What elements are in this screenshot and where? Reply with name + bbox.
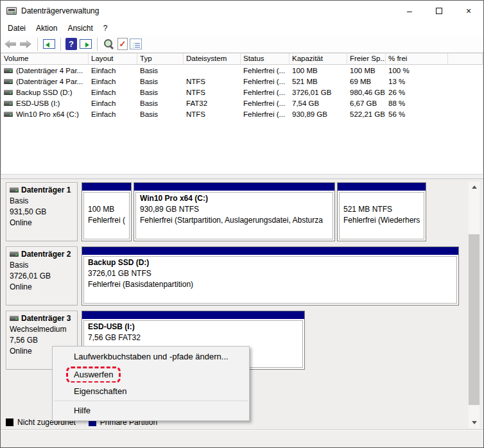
column-header[interactable]: Dateisystem [184,53,241,65]
action-pane-icon[interactable] [79,37,92,51]
context-menu-item-laufwerkbuchstaben-und-pfade-ndern[interactable]: Laufwerkbuchstaben und -pfade ändern... [53,348,249,365]
partition-title [343,194,420,205]
volume-name: Backup SSD (D:) [16,89,73,96]
partitions: Backup SSD (D:)3726,01 GB NTFSFehlerfrei… [82,246,459,306]
volume-cell: Einfach [89,76,137,87]
scroll-down-icon[interactable] [469,417,480,428]
partition-title: Backup SSD (D:) [88,258,453,269]
properties-list-icon[interactable] [130,39,142,49]
minimize-button[interactable]: – [395,1,424,21]
forward-icon[interactable] [19,37,33,51]
context-menu-item-hilfe[interactable]: Hilfe [53,402,249,419]
menubar-item[interactable]: Datei [3,22,31,35]
column-header[interactable]: Typ [137,53,184,65]
volume-cell: 930,89 GB [290,108,347,119]
context-menu-item-eigenschaften[interactable]: Eigenschaften [53,383,249,400]
column-header[interactable]: % frei [386,53,448,65]
disk-1-label[interactable]: Datenträger 1Basis931,50 GBOnline [6,182,78,241]
volume-name: (Datenträger 4 Par... [16,78,83,85]
partition-body: Win10 Pro x64 (C:)930,89 GB NTFSFehlerfr… [135,192,333,239]
partition-color-bar [82,247,458,255]
volume-cell: 980,46 GB [347,87,386,98]
volume-row[interactable]: ESD-USB (I:)EinfachBasisFAT32Fehlerfrei … [1,98,483,108]
maximize-icon [436,8,442,14]
volume-cell: 100 MB [290,65,347,76]
column-header[interactable]: Volume [1,53,89,65]
partition-body: 521 MB NTFSFehlerfrei (Wiederherst [339,192,424,239]
toolbar-separator [37,38,38,51]
volume-row[interactable]: (Datenträger 4 Par...EinfachBasisFehlerf… [1,65,483,76]
volume-cell: Einfach [89,65,137,76]
console-tree-icon[interactable] [42,37,56,51]
partition-detail: Fehlerfrei (Basisdatenpartition) [88,280,453,291]
scrollbar-thumb[interactable] [469,234,480,405]
volume-cell: 6,67 GB [347,98,386,108]
partition-detail: Fehlerfrei (Startpartition, Auslagerungs… [140,216,329,227]
partition-title [88,194,125,205]
partition-detail: 930,89 GB NTFS [140,205,329,216]
volume-cell: Einfach [89,87,137,98]
volume-cell: 56 % [386,108,448,119]
close-icon: × [466,6,471,16]
volume-table-body: (Datenträger 4 Par...EinfachBasisFehlerf… [1,65,483,119]
panel-splitter[interactable] [1,174,483,179]
partition-detail: 100 MB [88,205,125,216]
column-header[interactable]: Status [241,53,290,65]
partition-block[interactable]: 100 MBFehlerfrei (EFI-Sy [82,182,132,241]
disk-type: Basis [10,196,74,205]
disk-icon [10,252,19,257]
help-icon[interactable]: ? [65,38,77,50]
vertical-scrollbar[interactable] [469,182,480,428]
volume-table-header: VolumeLayoutTypDateisystemStatusKapazitä… [1,53,483,65]
disk-icon [10,316,19,321]
volume-row[interactable]: (Datenträger 4 Par...EinfachBasisNTFSFeh… [1,76,483,87]
volume-row[interactable]: Win10 Pro x64 (C:)EinfachBasisNTFSFehler… [1,108,483,119]
volume-drive-icon [4,90,13,95]
disk-status: Online [10,282,74,291]
magnifier-icon[interactable] [102,37,116,51]
disk-name: Datenträger 3 [21,314,71,323]
partition-block[interactable]: Win10 Pro x64 (C:)930,89 GB NTFSFehlerfr… [134,182,335,241]
volume-cell: NTFS [184,76,241,87]
back-icon[interactable] [4,37,17,51]
partition-block[interactable]: 521 MB NTFSFehlerfrei (Wiederherst [337,182,426,241]
volume-row[interactable]: Backup SSD (D:)EinfachBasisNTFSFehlerfre… [1,87,483,98]
column-header-filler [448,53,483,65]
menubar-item[interactable]: Aktion [31,22,62,35]
column-header[interactable]: Kapazität [290,53,347,65]
close-button[interactable]: × [454,1,483,21]
partition-block[interactable]: Backup SSD (D:)3726,01 GB NTFSFehlerfrei… [82,246,459,306]
context-menu-item-auswerfen[interactable]: Auswerfen [53,365,249,383]
disk-icon [10,187,19,193]
volume-cell: 100 MB [347,65,386,76]
volume-cell: Fehlerfrei (... [241,76,290,87]
volume-cell: Einfach [89,98,137,108]
menubar-item[interactable]: ? [98,22,113,35]
toolbar-separator [60,38,61,51]
volume-cell: Fehlerfrei (... [241,65,290,76]
volume-cell: Basis [137,98,184,108]
disk-row: Datenträger 2Basis3726,01 GBOnlineBackup… [6,246,483,306]
partition-title: ESD-USB (I:) [88,322,298,333]
volume-cell: NTFS [184,87,241,98]
column-header[interactable]: Freier Sp... [347,53,386,65]
volume-name: Win10 Pro x64 (C:) [16,110,79,118]
volume-drive-icon [4,68,13,73]
context-menu-separator [54,401,248,401]
column-header[interactable]: Layout [89,53,137,65]
scroll-up-icon[interactable] [469,182,480,193]
context-menu-item-label: Auswerfen [74,370,113,379]
partition-color-bar [82,183,131,191]
volume-cell: 521 MB [290,76,347,87]
volume-cell: Basis [137,108,184,119]
checkmark-page-icon[interactable]: ✓ [117,38,128,50]
menubar-item[interactable]: Ansicht [62,22,98,35]
disk-label-title: Datenträger 1 [10,185,74,194]
partition-detail: 7,56 GB FAT32 [88,333,298,344]
maximize-button[interactable] [424,1,454,21]
disk-size: 7,56 GB [10,336,74,345]
partition-color-bar [82,311,304,319]
disk-2-label[interactable]: Datenträger 2Basis3726,01 GBOnline [6,246,78,306]
window-title: Datenträgerverwaltung [21,6,99,15]
disk-management-window: Datenträgerverwaltung – × DateiAktionAns… [0,0,484,448]
